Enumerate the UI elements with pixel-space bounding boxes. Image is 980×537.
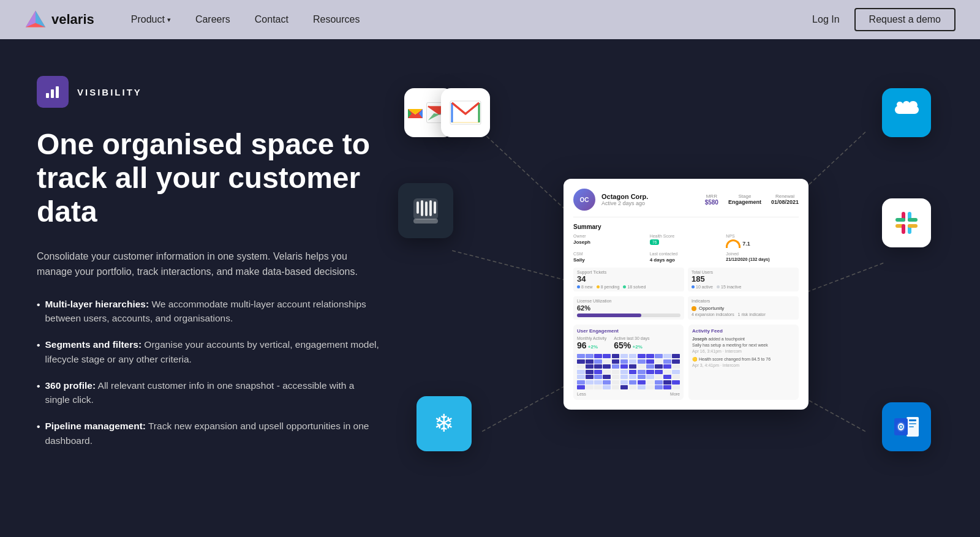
heatmap-cell [655,370,663,374]
utilization-row: License Utilization 62% Indicators Oppor… [573,296,799,320]
subtext: Consolidate your customer information in… [37,249,380,280]
company-name: Octagon Corp. [601,193,699,200]
summary-title: Summary [573,223,799,230]
intercom-card [398,183,453,238]
heatmap-cell [603,385,611,389]
chevron-down-icon: ▾ [167,16,171,24]
company-avatar: OC [573,189,595,211]
heatmap-cell [672,375,680,379]
svg-rect-41 [909,426,914,427]
heatmap-cell [655,385,663,389]
heatmap-cell [577,380,585,385]
svg-text:O: O [899,424,903,430]
salesforce-logo [888,100,925,126]
heatmap-cell [586,385,594,389]
heatmap-cell [603,375,611,379]
heatmap-cell [612,364,620,369]
heatmap-cell [586,375,594,379]
salesforce-card [882,88,931,137]
gmail-icon [404,97,426,128]
renewal-metric: Renewal 01/08/2021 [771,193,799,206]
heatmap-cell [577,375,585,379]
heatmap-cell [672,385,680,389]
csm-cell: CSM Sally [573,252,646,263]
heatmap-cell [612,370,620,374]
svg-text:❄: ❄ [434,410,454,437]
heatmap-cell [655,359,663,364]
heatmap-cell [586,354,594,358]
heatmap-cell [577,385,585,389]
badge-label: VISIBILITY [77,87,142,97]
gmail-card [441,88,490,137]
request-demo-button[interactable]: Request a demo [854,8,956,31]
heatmap-cell [620,364,628,369]
feature-item-hierarchies: Multi-layer hierarchies: We accommodate … [37,297,380,326]
activity-item-2: 🟡 Health score changed from 84.5 to 76 A… [692,356,795,369]
heatmap-cell [629,380,637,385]
heatmap-cell [672,354,680,358]
svg-rect-27 [434,201,436,214]
heatmap-cell [638,359,646,364]
heatmap-cell [646,380,654,385]
heatmap-cell [663,359,671,364]
heatmap-cell [612,380,620,385]
heatmap-cell [577,354,585,358]
svg-rect-24 [421,200,423,216]
heatmap-cell [620,359,628,364]
feature-list: Multi-layer hierarchies: We accommodate … [37,297,380,448]
heatmap-cell [586,370,594,374]
heatmap-cell [620,375,628,379]
heatmap-cell [638,370,646,374]
nav-contact[interactable]: Contact [255,14,288,25]
owner-cell: Owner Joseph [573,234,646,248]
page-title: One organised space to track all your cu… [37,127,380,229]
heatmap-cell [603,370,611,374]
svg-rect-28 [413,219,438,223]
slack-card [882,198,931,247]
dashboard-card: OC Octagon Corp. Active 2 days ago MRR $… [564,179,809,410]
feature-item-360: 360 profile: All relevant customer info … [37,378,380,407]
heatmap-cell [586,380,594,385]
heatmap-cell [594,385,602,389]
svg-rect-5 [56,86,59,98]
bar-chart-icon [44,83,61,100]
heatmap-cell [629,375,637,379]
heatmap-cell [629,385,637,389]
heatmap-cell [638,354,646,358]
heatmap-cell [672,370,680,374]
heatmap-cell [672,359,680,364]
heatmap-cell [577,364,585,369]
heatmap-cell [663,375,671,379]
heatmap-cell [594,370,602,374]
logo[interactable]: velaris [24,9,94,31]
nav-careers[interactable]: Careers [195,14,230,25]
support-stat: Support Tickets 34 8 new 8 pending 18 so… [573,268,684,291]
mrr-metric: MRR $580 [705,193,718,206]
logo-text: velaris [51,12,94,28]
heatmap-cell [620,380,628,385]
heatmap-cell [638,380,646,385]
navbar: velaris Product ▾ Careers Contact Resour… [0,0,980,39]
engagement-section: User Engagement Monthly Activity 96 +2% … [573,325,684,400]
heatmap-cell [612,354,620,358]
nav-resources[interactable]: Resources [313,14,360,25]
svg-rect-32 [895,218,905,222]
heatmap-cell [646,375,654,379]
heatmap-cell [672,380,680,385]
svg-rect-3 [46,93,49,98]
heatmap-cell [629,370,637,374]
nav-links: Product ▾ Careers Contact Resources [131,14,812,25]
nps-cell: NPS 7.1 [726,234,799,248]
heatmap-cell [620,385,628,389]
nav-product[interactable]: Product ▾ [131,14,171,25]
login-button[interactable]: Log In [812,14,839,25]
heatmap-cell [646,385,654,389]
outlook-logo: O [892,412,921,441]
heatmap-cell [586,364,594,369]
gmail-logo [450,100,481,125]
svg-rect-23 [417,201,419,214]
heatmap-cell [672,364,680,369]
dashboard-header: OC Octagon Corp. Active 2 days ago MRR $… [573,189,799,217]
left-panel: VISIBILITY One organised space to track … [37,76,380,513]
heatmap-cell [655,380,663,385]
